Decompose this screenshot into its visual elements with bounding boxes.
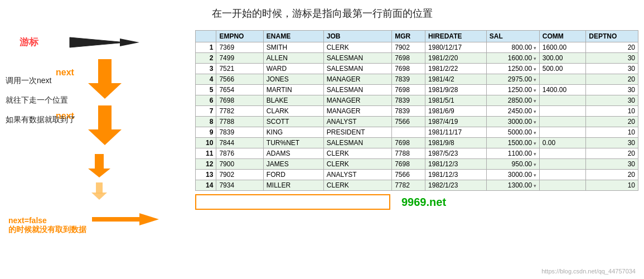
table-cell [539,95,586,106]
table-cell: ANALYST [323,170,391,180]
table-cell: 1987/4/19 [425,117,487,127]
table-cell: 7782 [216,106,263,117]
table-cell: 30 [586,159,638,170]
table-cell: 30 [586,64,638,74]
watermark2-text: https://blog.csdn.net/qq_44757034 [541,268,636,275]
table-cell: 1300.00 ▾ [486,180,539,191]
table-row: 37521WARDSALESMAN76981981/2/221250.00 ▾5… [196,64,638,74]
table-cell: 7499 [216,53,263,64]
table-cell: CLERK [323,159,391,170]
table-cell: CLERK [323,42,391,53]
table-row: 27499ALLENSALESMAN76981981/2/201600.00 ▾… [196,53,638,64]
table-cell: 7698 [392,159,425,170]
table-cell: 1250.00 ▾ [486,64,539,74]
table-cell: CLERK [323,148,391,159]
desc2-text: 就往下走一个位置 [6,90,76,110]
col-header-empno: EMPNO [216,31,263,42]
table-cell: 5 [196,85,216,95]
table-cell [539,74,586,85]
table-cell: 7698 [216,95,263,106]
table-row: 87788SCOTTANALYST75661987/4/193000.00 ▾2… [196,117,638,127]
table-cell: 14 [196,180,216,191]
table-cell: 3000.00 ▾ [486,117,539,127]
table-cell: 7788 [392,148,425,159]
table-cell: SALESMAN [323,85,391,95]
table-cell: MANAGER [323,74,391,85]
table-row: 77782CLARKMANAGER78391981/6/92450.00 ▾10 [196,106,638,117]
table-cell: 0.00 [539,138,586,148]
table-row: 97839KINGPRESIDENT1981/11/175000.00 ▾10 [196,127,638,138]
table-cell: 1981/5/1 [425,95,487,106]
table-cell: 6 [196,95,216,106]
table-cell: 2 [196,53,216,64]
table-cell: 2850.00 ▾ [486,95,539,106]
page-title: 在一开始的时候，游标是指向最第一行前面的位置 [0,0,644,25]
table-cell: MANAGER [323,106,391,117]
watermark-text: 9969.net [401,196,446,209]
table-cell: 500.00 [539,64,586,74]
table-cell: 20 [586,74,638,85]
desc1-text: 调用一次next [6,71,76,90]
table-cell: 30 [586,85,638,95]
table-cell: 7839 [216,127,263,138]
table-cell: 30 [586,95,638,106]
table-cell: SALESMAN [323,138,391,148]
table-cell: 800.00 ▾ [486,42,539,53]
table-cell: 20 [586,117,638,127]
small-arrow2-icon [91,181,107,201]
table-cell: 20 [586,148,638,159]
table-cell: 7521 [216,64,263,74]
table-cell: JAMES [263,159,323,170]
table-cell: SMITH [263,42,323,53]
table-row: 107844TUR%NETSALESMAN76981981/9/81500.00… [196,138,638,148]
table-cell: 7369 [216,42,263,53]
table-cell: 7902 [216,170,263,180]
table-cell: 1600.00 ▾ [486,53,539,64]
table-row: 47566JONESMANAGER78391981/4/22975.00 ▾20 [196,74,638,85]
table-cell: 7566 [392,117,425,127]
table-cell: 7844 [216,138,263,148]
table-cell: 20 [586,42,638,53]
col-header-mgr: MGR [392,31,425,42]
table-cell: 7876 [216,148,263,159]
empty-result-box [195,194,390,210]
table-cell: 7698 [392,85,425,95]
table-cell: PRESIDENT [323,127,391,138]
table-cell: WARD [263,64,323,74]
svg-marker-0 [70,37,125,47]
table-cell: 1980/12/17 [425,42,487,53]
table-cell: 1981/9/8 [425,138,487,148]
table-cell: 13 [196,170,216,180]
table-cell: 8 [196,117,216,127]
table-cell: 300.00 [539,53,586,64]
big-arrow2-icon [88,104,122,146]
table-cell: 7900 [216,159,263,170]
table-cell: 2450.00 ▾ [486,106,539,117]
table-cell: 3 [196,64,216,74]
svg-marker-5 [88,129,122,145]
table-cell: MANAGER [323,95,391,106]
table-cell: 1981/12/3 [425,159,487,170]
table-cell: 3000.00 ▾ [486,170,539,180]
table-cell: 950.00 ▾ [486,159,539,170]
table-row: 57654MARTINSALESMAN76981981/9/281250.00 … [196,85,638,95]
table-cell: 12 [196,159,216,170]
svg-marker-1 [120,39,139,46]
col-header-job: JOB [323,31,391,42]
table-row: 67698BLAKEMANAGER78391981/5/12850.00 ▾30 [196,95,638,106]
table-row: 147934MILLERCLERK77821982/1/231300.00 ▾1… [196,180,638,191]
table-row: 127900JAMESCLERK76981981/12/3950.00 ▾30 [196,159,638,170]
bottom-arrow-icon [92,211,159,228]
table-cell: 7698 [392,53,425,64]
table-cell: 20 [586,170,638,180]
next-false-label: next=false [8,216,86,225]
table-cell: 1250.00 ▾ [486,85,539,95]
table-cell: 9 [196,127,216,138]
svg-marker-3 [88,83,122,99]
table-cell: 1981/12/3 [425,170,487,180]
svg-rect-8 [96,182,103,194]
table-cell: 1100.00 ▾ [486,148,539,159]
table-cell: 1981/6/9 [425,106,487,117]
table-cell [392,127,425,138]
svg-rect-10 [92,217,142,222]
